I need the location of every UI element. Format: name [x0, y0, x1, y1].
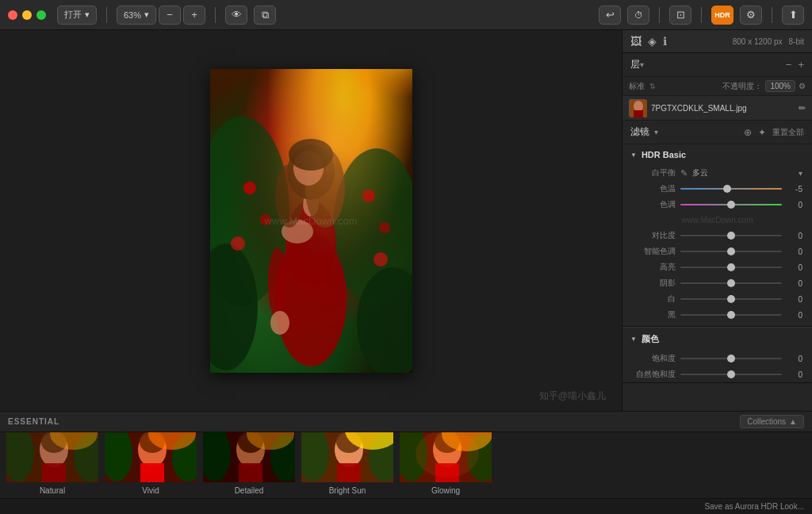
- blend-sort-icon[interactable]: ⇅: [649, 82, 656, 90]
- layer-row[interactable]: 7PGTXCDKLK_SMALL.jpg ✏: [622, 96, 812, 121]
- layers-minus-button[interactable]: −: [786, 59, 792, 71]
- blacks-label: 黑: [632, 309, 676, 320]
- vibrance-track[interactable]: [680, 374, 782, 375]
- redo-icon: ⏱: [634, 10, 643, 20]
- zoom-display[interactable]: 63% ▾: [117, 6, 156, 25]
- filmstrip-thumb-glowing: [398, 432, 493, 484]
- opacity-value[interactable]: 100%: [765, 80, 795, 92]
- hdr-basic-header[interactable]: ▼ HDR Basic: [622, 144, 812, 165]
- smart-tone-label: 智能色调: [632, 246, 676, 257]
- reset-all-button[interactable]: 重置全部: [772, 127, 804, 138]
- undo-icon: ↩: [606, 9, 615, 21]
- filter-settings-icon[interactable]: ✦: [758, 127, 766, 138]
- separator-4: [701, 7, 702, 23]
- filter-dropdown-icon[interactable]: ▾: [654, 128, 658, 136]
- opacity-settings-icon[interactable]: ⚙: [799, 82, 806, 90]
- compare-button[interactable]: ⧉: [254, 6, 276, 25]
- shadows-label: 阴影: [632, 278, 676, 289]
- zoom-out-button[interactable]: −: [159, 6, 181, 25]
- redo-button[interactable]: ⏱: [627, 6, 649, 25]
- tint-thumb[interactable]: [727, 201, 735, 209]
- preview-button[interactable]: 👁: [225, 6, 247, 25]
- blacks-track[interactable]: [680, 314, 782, 316]
- open-chevron-icon: ▾: [85, 10, 90, 20]
- zhihu-watermark: 知乎@喵小鑫儿: [539, 389, 606, 403]
- maximize-button[interactable]: [36, 10, 46, 20]
- undo-button[interactable]: ↩: [599, 6, 621, 25]
- blacks-thumb[interactable]: [727, 311, 735, 319]
- collections-button[interactable]: Collections ▲: [740, 415, 804, 428]
- eyedropper-icon[interactable]: ✎: [680, 168, 688, 178]
- layers-icon[interactable]: ◈: [648, 35, 657, 48]
- smart-tone-value: 0: [787, 247, 802, 256]
- highlights-label: 高亮: [632, 262, 676, 273]
- filmstrip-item-vivid[interactable]: Vivid: [103, 432, 198, 495]
- svg-rect-25: [634, 110, 643, 117]
- temperature-track[interactable]: [680, 188, 782, 190]
- close-button[interactable]: [8, 10, 17, 20]
- crop-button[interactable]: ⊡: [669, 6, 691, 25]
- vibrance-row: 自然饱和度 0: [622, 366, 812, 382]
- saturation-thumb[interactable]: [727, 355, 735, 362]
- saturation-track[interactable]: [680, 358, 782, 359]
- export-button[interactable]: ⬆: [782, 6, 804, 25]
- layers-plus-button[interactable]: +: [798, 59, 804, 71]
- thumb-inner-brightsun: [301, 432, 393, 482]
- blacks-row: 黑 0: [622, 307, 812, 323]
- image-icon[interactable]: 🖼: [630, 35, 642, 48]
- filmstrip-label-glowing: Glowing: [431, 486, 460, 495]
- wb-label: 白平衡: [632, 167, 676, 178]
- layers-dropdown-icon[interactable]: ▾: [640, 60, 644, 69]
- separator-2: [215, 7, 216, 23]
- filmstrip-item-detailed[interactable]: Detailed: [201, 432, 297, 495]
- tint-track[interactable]: [680, 204, 782, 205]
- filmstrip-item-brightsun[interactable]: Bright Sun: [300, 432, 395, 495]
- temperature-label: 色温: [632, 183, 676, 194]
- color-section-header[interactable]: ▼ 颜色: [622, 327, 812, 351]
- hdr-icon: HDR: [714, 11, 730, 19]
- save-as-link[interactable]: Save as Aurora HDR Look...: [704, 502, 804, 511]
- minimize-button[interactable]: [22, 10, 32, 20]
- wb-arrow-icon[interactable]: ▾: [799, 169, 802, 178]
- vibrance-thumb[interactable]: [727, 370, 735, 378]
- smart-tone-thumb[interactable]: [727, 247, 735, 255]
- filmstrip-label-vivid: Vivid: [142, 486, 159, 495]
- filter-actions: ⊕ ✦ 重置全部: [744, 127, 804, 138]
- separator-1: [106, 7, 107, 23]
- smart-tone-track[interactable]: [680, 251, 782, 252]
- contrast-track[interactable]: [680, 235, 782, 236]
- info-icon[interactable]: ℹ: [663, 35, 667, 48]
- collections-label: Collections: [747, 417, 786, 426]
- shadows-track[interactable]: [680, 282, 782, 284]
- canvas-area: www.MacDown.com 知乎@喵小鑫儿: [0, 30, 622, 411]
- shadows-thumb[interactable]: [727, 279, 735, 287]
- svg-rect-49: [337, 463, 361, 484]
- layer-edit-icon[interactable]: ✏: [799, 103, 806, 113]
- filter-title: 滤镜: [630, 125, 649, 139]
- thumb-inner-vivid: [105, 432, 197, 482]
- highlights-track[interactable]: [680, 267, 782, 268]
- hdr-collapse-arrow: ▼: [630, 152, 637, 159]
- zoom-chevron-icon: ▾: [144, 10, 149, 20]
- highlights-thumb[interactable]: [727, 263, 735, 271]
- filmstrip-toolbar: ESSENTIAL Collections ▲: [0, 412, 812, 432]
- filmstrip-item-natural[interactable]: Natural: [5, 432, 100, 495]
- adjustments-button[interactable]: ⚙: [740, 6, 762, 25]
- temperature-thumb[interactable]: [723, 185, 731, 193]
- open-button[interactable]: 打开 ▾: [57, 6, 97, 25]
- smart-tone-row: 智能色调 0: [622, 244, 812, 259]
- filter-section: 滤镜 ▾ ⊕ ✦ 重置全部: [622, 121, 812, 144]
- hdr-basic-section: ▼ HDR Basic 白平衡 ✎ 多云 ▾ 色温 -5 色: [622, 144, 812, 327]
- mask-icon[interactable]: ⊕: [744, 127, 752, 138]
- zoom-in-button[interactable]: +: [183, 6, 205, 25]
- hdr-mode-button[interactable]: HDR: [711, 6, 733, 25]
- filmstrip-item-glowing[interactable]: Glowing: [398, 432, 493, 495]
- panel-info-bar: 🖼 ◈ ℹ 800 x 1200 px 8-bit: [622, 30, 812, 53]
- traffic-lights: [8, 10, 46, 20]
- whites-track[interactable]: [680, 298, 782, 300]
- contrast-thumb[interactable]: [727, 232, 735, 240]
- whites-thumb[interactable]: [727, 295, 735, 303]
- plus-icon: +: [191, 9, 197, 21]
- whites-value: 0: [787, 295, 802, 304]
- photo-svg: [210, 69, 412, 373]
